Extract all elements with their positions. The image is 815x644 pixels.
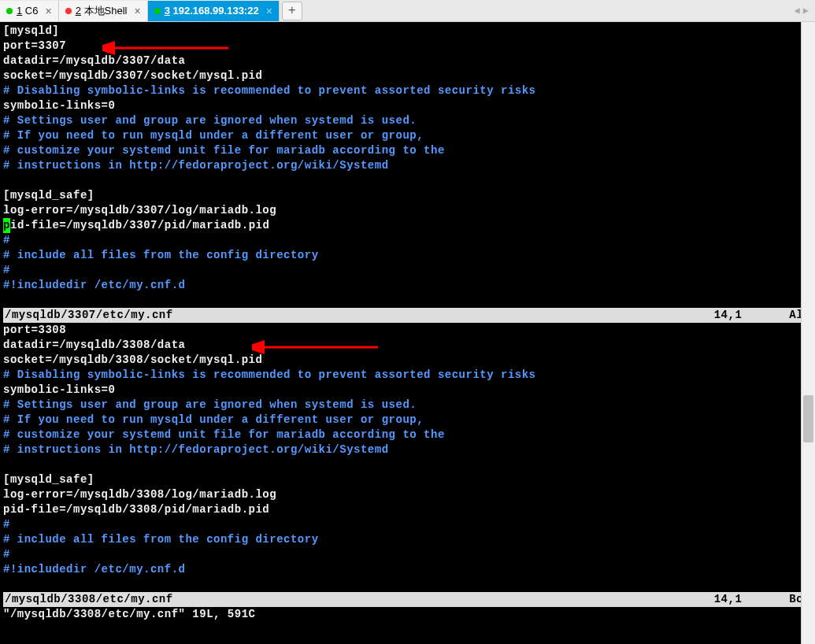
terminal-line bbox=[3, 173, 812, 188]
tab-label: 本地Shell bbox=[84, 4, 128, 18]
terminal-line: [mysqld] bbox=[3, 24, 812, 39]
cursor: p bbox=[3, 218, 10, 233]
tab-number: 3 bbox=[165, 5, 170, 17]
tab-number: 2 bbox=[76, 5, 81, 17]
status-position: 14,1 bbox=[714, 592, 743, 607]
terminal-line: # If you need to run mysqld under a diff… bbox=[3, 413, 812, 427]
terminal-line: datadir=/mysqldb/3308/data bbox=[3, 338, 812, 353]
terminal-line bbox=[3, 577, 812, 592]
vertical-scrollbar[interactable] bbox=[801, 22, 815, 644]
tab-number: 1 bbox=[17, 5, 22, 17]
status-path: /mysqldb/3308/etc/my.cnf bbox=[5, 592, 173, 607]
terminal-line: # Disabling symbolic-links is recommende… bbox=[3, 368, 812, 383]
tab-3-active[interactable]: 3 192.168.99.133:22 × bbox=[148, 1, 280, 21]
terminal-line: # Settings user and group are ignored wh… bbox=[3, 113, 812, 128]
terminal-line: socket=/mysqldb/3307/socket/mysql.pid bbox=[3, 68, 812, 83]
terminal-line: symbolic-links=0 bbox=[3, 98, 812, 113]
terminal-line: #!includedir /etc/my.cnf.d bbox=[3, 562, 812, 577]
tab-label: C6 bbox=[25, 5, 39, 17]
terminal-line: # bbox=[3, 547, 812, 562]
status-bar-pane-2: /mysqldb/3308/etc/my.cnf 14,1 Bot bbox=[3, 592, 812, 607]
terminal-line: port=3308 bbox=[3, 323, 812, 338]
scrollbar-thumb[interactable] bbox=[803, 395, 813, 442]
tab-nav: ◀ ▶ bbox=[795, 5, 815, 17]
status-path: /mysqldb/3307/etc/my.cnf bbox=[5, 308, 173, 323]
vim-footer-message: "/mysqldb/3308/etc/my.cnf" 19L, 591C bbox=[3, 607, 812, 622]
terminal-line: # bbox=[3, 517, 812, 532]
prev-tab-icon[interactable]: ◀ bbox=[795, 5, 800, 17]
close-icon[interactable]: × bbox=[134, 5, 140, 17]
terminal-line: pid-file=/mysqldb/3307/pid/mariadb.pid bbox=[3, 218, 812, 233]
tab-bar: 1 C6 × 2 本地Shell × 3 192.168.99.133:22 ×… bbox=[0, 0, 815, 22]
terminal-line: # instructions in http://fedoraproject.o… bbox=[3, 158, 812, 173]
terminal-line: pid-file=/mysqldb/3308/pid/mariadb.pid bbox=[3, 502, 812, 517]
close-icon[interactable]: × bbox=[266, 5, 272, 17]
terminal-line: datadir=/mysqldb/3307/data bbox=[3, 54, 812, 68]
terminal-line: # Settings user and group are ignored wh… bbox=[3, 398, 812, 413]
status-dot-icon bbox=[154, 8, 161, 14]
add-tab-button[interactable]: + bbox=[282, 2, 302, 20]
terminal-line: # bbox=[3, 233, 812, 248]
terminal-line: # bbox=[3, 263, 812, 278]
terminal-viewport[interactable]: [mysqld]port=3307datadir=/mysqldb/3307/d… bbox=[0, 22, 815, 644]
status-bar-pane-1: /mysqldb/3307/etc/my.cnf 14,1 All bbox=[3, 308, 812, 323]
terminal-line: # customize your systemd unit file for m… bbox=[3, 143, 812, 158]
terminal-line: log-error=/mysqldb/3307/log/mariadb.log bbox=[3, 203, 812, 218]
terminal-line: [mysqld_safe] bbox=[3, 472, 812, 487]
terminal-line: # customize your systemd unit file for m… bbox=[3, 427, 812, 442]
close-icon[interactable]: × bbox=[45, 5, 51, 17]
status-dot-icon bbox=[65, 8, 72, 14]
terminal-line bbox=[3, 293, 812, 308]
terminal-line: # include all files from the config dire… bbox=[3, 248, 812, 263]
status-dot-icon bbox=[6, 8, 13, 14]
status-position: 14,1 bbox=[714, 308, 743, 323]
terminal-line: port=3307 bbox=[3, 39, 812, 54]
terminal-line: symbolic-links=0 bbox=[3, 383, 812, 398]
terminal-line bbox=[3, 457, 812, 472]
pane-2-content: port=3308datadir=/mysqldb/3308/datasocke… bbox=[3, 323, 812, 592]
terminal-line: # Disabling symbolic-links is recommende… bbox=[3, 83, 812, 98]
terminal-line: # If you need to run mysqld under a diff… bbox=[3, 128, 812, 143]
tab-label: 192.168.99.133:22 bbox=[173, 5, 259, 17]
next-tab-icon[interactable]: ▶ bbox=[803, 5, 809, 17]
tab-2[interactable]: 2 本地Shell × bbox=[59, 1, 148, 21]
terminal-line: # instructions in http://fedoraproject.o… bbox=[3, 442, 812, 457]
terminal-line: log-error=/mysqldb/3308/log/mariadb.log bbox=[3, 487, 812, 502]
terminal-line: socket=/mysqldb/3308/socket/mysql.pid bbox=[3, 353, 812, 368]
terminal-line: [mysqld_safe] bbox=[3, 188, 812, 203]
tabs-container: 1 C6 × 2 本地Shell × 3 192.168.99.133:22 ×… bbox=[0, 0, 302, 21]
tab-1[interactable]: 1 C6 × bbox=[0, 1, 59, 21]
pane-1-content: [mysqld]port=3307datadir=/mysqldb/3307/d… bbox=[3, 24, 812, 308]
terminal-line: # include all files from the config dire… bbox=[3, 532, 812, 547]
terminal-line: #!includedir /etc/my.cnf.d bbox=[3, 278, 812, 293]
